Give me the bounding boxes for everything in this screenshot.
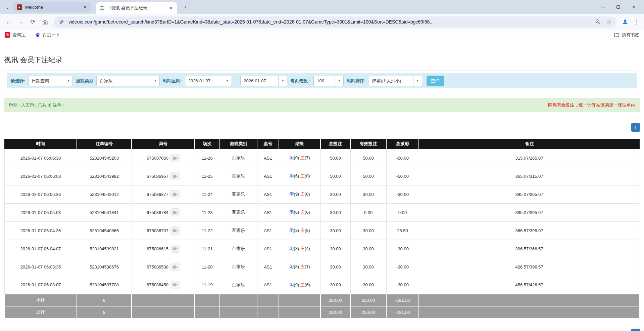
bookmarks-separator <box>609 32 609 38</box>
cell-table-no: AS1 <box>257 240 279 258</box>
search-button[interactable]: 查询 <box>427 76 444 86</box>
menu-kebab-icon[interactable]: ⋮ <box>632 18 641 26</box>
cell-payout: 28.50 <box>386 221 419 240</box>
cell-session: 11-23 <box>195 203 220 221</box>
table-row: 2026-01-07 06:03:35523104538676675086538… <box>4 258 640 276</box>
page-title: 视讯 会员下注纪录 <box>4 40 640 65</box>
subtotal-label: 小计 <box>4 294 77 306</box>
date-start-input[interactable]: 2026-01-07 ▼ <box>185 76 232 86</box>
video-replay-button[interactable] <box>170 281 180 289</box>
chevron-down-icon[interactable]: ▼ <box>64 76 72 86</box>
cell-total-bet[interactable]: 30.00 <box>320 276 350 294</box>
close-window-button[interactable]: ✕ <box>626 0 641 14</box>
video-replay-button[interactable] <box>170 226 180 235</box>
game-kind-label: 游戏类别 <box>76 78 93 84</box>
cell-valid-bet: 50.00 <box>350 167 386 185</box>
browser-tab-welcome[interactable]: ♠ Welcome ✕ <box>13 2 91 12</box>
profile-avatar[interactable] <box>620 16 631 27</box>
cell-result: 闲(6) 庄(6) <box>279 203 320 221</box>
video-replay-button[interactable] <box>170 154 180 162</box>
date-end-value: 2026-01-07 <box>241 76 278 86</box>
chevron-down-icon[interactable]: ▼ <box>278 76 287 86</box>
table-row: 2026-01-07 06:06:03523104543982675086957… <box>4 167 640 185</box>
video-replay-button[interactable] <box>170 245 180 253</box>
cell-bet-no: 523104541841 <box>77 203 132 221</box>
forward-button[interactable]: → <box>15 16 26 27</box>
cell-result: 闲(8) 庄(1) <box>279 258 320 276</box>
all-bookmarks-button[interactable]: 所有书签 <box>614 32 639 38</box>
cell-payout: -50.00 <box>386 149 419 167</box>
zoom-out-icon[interactable] <box>594 18 602 26</box>
tab-search-button[interactable]: ⌄ <box>3 2 12 12</box>
cell-total-bet[interactable]: 30.00 <box>320 258 350 276</box>
cell-round-no: 675087050 <box>132 149 195 167</box>
site-settings-icon[interactable] <box>58 18 65 26</box>
cell-payout: -30.00 <box>386 240 419 258</box>
poker-favicon-icon: ♠ <box>17 4 22 10</box>
game-kind-select[interactable]: 百家乐 ▼ <box>96 76 160 86</box>
close-tab-icon[interactable]: ✕ <box>168 5 174 11</box>
video-replay-button[interactable] <box>170 172 180 180</box>
table-row: 2026-01-07 06:04:07523104539821675086615… <box>4 240 640 258</box>
cell-valid-bet: 30.00 <box>350 276 386 294</box>
cell-remark: 365.07/315.07 <box>419 167 640 185</box>
cell-total-bet[interactable]: 30.00 <box>320 221 350 240</box>
filter-panel: 请选择: 日期查询 ▼ 游戏类别 百家乐 ▼ 时间区间: 2026-01-07 … <box>4 71 640 91</box>
maximize-button[interactable] <box>610 0 626 14</box>
cell-table-no: AS1 <box>257 167 279 185</box>
video-replay-button[interactable] <box>170 263 180 271</box>
page-size-select[interactable]: 100 ▼ <box>313 76 344 86</box>
page-size-label: 每页笔数 : <box>290 78 310 84</box>
cell-round-no: 675086877 <box>132 185 195 203</box>
baidu-paw-icon <box>35 32 40 38</box>
query-type-select[interactable]: 日期查询 ▼ <box>28 76 73 86</box>
date-end-input[interactable]: 2026-01-07 ▼ <box>240 76 287 86</box>
back-button[interactable]: ← <box>3 16 14 27</box>
total-count: 8 <box>77 306 132 318</box>
bookmark-star-icon[interactable]: ☆ <box>605 18 612 26</box>
address-bar[interactable]: videoie.com/game/betrecord_search/kind3?… <box>54 16 616 28</box>
video-replay-icon <box>172 283 178 287</box>
chevron-down-icon[interactable]: ▼ <box>335 76 343 86</box>
cell-total-bet[interactable]: 50.00 <box>320 167 350 185</box>
date-range-tilde: ~ <box>235 78 238 83</box>
col-table-no: 桌号 <box>257 139 279 149</box>
url-text[interactable]: videoie.com/game/betrecord_search/kind3?… <box>68 19 591 25</box>
sort-label: 时间排序: <box>347 78 365 84</box>
page-1-button[interactable]: 1 <box>631 123 640 132</box>
table-row: 2026-01-07 06:05:36523104543012675086877… <box>4 185 640 203</box>
cell-total-bet[interactable]: 30.00 <box>320 240 350 258</box>
chevron-down-icon: ⌄ <box>5 4 9 10</box>
cell-valid-bet: 50.00 <box>350 149 386 167</box>
cell-game-kind: 百家乐 <box>220 203 257 221</box>
chevron-down-icon[interactable]: ▼ <box>223 76 232 86</box>
new-tab-button[interactable]: + <box>181 2 190 12</box>
cell-total-bet[interactable]: 50.00 <box>320 149 350 167</box>
cell-round-no: 675086957 <box>132 167 195 185</box>
cell-payout: 0.00 <box>386 203 419 221</box>
page-1-button[interactable]: 1 <box>631 329 640 331</box>
player-label: 闲 <box>289 264 294 269</box>
minimize-button[interactable] <box>595 0 610 14</box>
video-replay-icon <box>172 156 178 160</box>
reload-button[interactable]: ⟳ <box>28 16 38 27</box>
browser-tab-betrecord[interactable]: :::视讯 会员下注纪录::: ✕ <box>96 2 177 14</box>
video-replay-icon <box>172 174 178 178</box>
video-replay-button[interactable] <box>170 208 180 216</box>
video-replay-button[interactable] <box>170 190 180 198</box>
cell-total-bet[interactable]: 30.00 <box>320 185 350 203</box>
bookmark-baidu[interactable]: 百度一下 <box>35 32 60 38</box>
date-range-label: 时间区间: <box>163 78 182 84</box>
chevron-down-icon[interactable]: ▼ <box>413 76 422 86</box>
round-no-text: 675086957 <box>147 174 168 179</box>
chevron-down-icon[interactable]: ▼ <box>151 76 159 86</box>
home-button[interactable] <box>40 16 50 27</box>
video-replay-icon <box>172 229 178 233</box>
col-time: 时间 <box>4 139 77 149</box>
cell-bet-no: 523104545203 <box>77 149 132 167</box>
cell-total-bet[interactable]: 30.00 <box>320 203 350 221</box>
video-replay-icon <box>172 210 178 215</box>
close-tab-icon[interactable]: ✕ <box>82 4 88 10</box>
sort-select[interactable]: 降幂(由大到小) ▼ <box>369 76 422 86</box>
bookmark-aitaobao[interactable]: 淘 爱淘宝 <box>5 32 26 38</box>
